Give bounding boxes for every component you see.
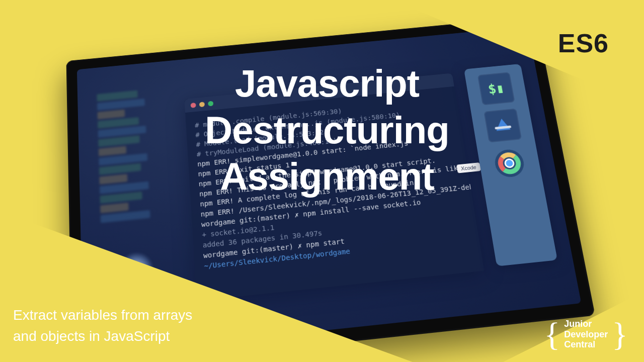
main-title: Javascript Destructuring Assignment xyxy=(141,60,513,200)
subtitle-line-2: and objects in JavaScript xyxy=(13,326,192,347)
yellow-corner-top-left xyxy=(0,0,131,85)
title-line-2: Destructuring xyxy=(141,107,513,154)
title-line-3: Assignment xyxy=(141,153,513,200)
subtitle: Extract variables from arrays and object… xyxy=(13,305,192,347)
brand-logo: { Junior Developer Central } xyxy=(544,318,628,351)
brand-line-3: Central xyxy=(564,339,608,350)
brand-line-1: Junior xyxy=(564,319,608,329)
title-line-1: Javascript xyxy=(141,60,513,107)
brace-close-icon: } xyxy=(612,318,628,351)
brace-open-icon: { xyxy=(544,318,560,351)
thumbnail-stage: # module .compile (module.js:569:30)# Ob… xyxy=(0,0,644,362)
subtitle-line-1: Extract variables from arrays xyxy=(13,305,192,326)
es6-badge: ES6 xyxy=(558,28,609,58)
brand-line-2: Developer xyxy=(564,329,608,340)
